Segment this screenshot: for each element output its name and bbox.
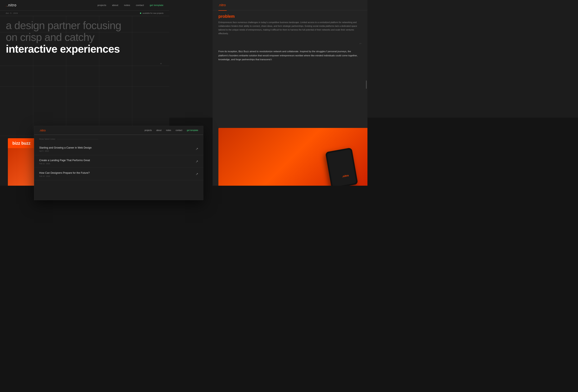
note-date-2: Feb 22 · 2023: [39, 163, 198, 165]
hero-line-3: interactive experiences: [6, 43, 163, 55]
note-item-1[interactable]: Starting and Growing a Career in Web Des…: [34, 143, 203, 155]
note-arrow-icon-1[interactable]: ↗: [195, 147, 198, 151]
hero-line-2: on crisp and catchy: [6, 31, 163, 43]
main-nav: ..nitro projects about notes contact get…: [0, 0, 169, 10]
nav-link-contact[interactable]: contact: [136, 4, 144, 6]
bottom-nav-notes[interactable]: notes: [166, 129, 171, 131]
note-title-1: Starting and Growing a Career in Web Des…: [39, 146, 198, 149]
note-arrow-icon-2[interactable]: ↗: [195, 160, 198, 163]
scrollbar[interactable]: [366, 81, 367, 89]
right-panel-project-detail: .nitro problem Entrepreneurs face numero…: [213, 0, 367, 186]
availability-indicator: available for new projects: [140, 12, 163, 14]
nav-link-notes[interactable]: notes: [124, 4, 130, 6]
crosshair-icon: +: [160, 62, 162, 65]
sub-bar: dec. 5 · 2024 available for new projects: [0, 10, 169, 16]
project-card-title: bizz buzz: [12, 141, 31, 146]
problem-label: problem: [218, 14, 235, 19]
nav-link-about[interactable]: about: [112, 4, 118, 6]
hero-section: a design partner focusing on crisp and c…: [6, 20, 163, 55]
bottom-nav-about[interactable]: about: [156, 129, 161, 131]
nav-link-projects[interactable]: projects: [98, 4, 106, 6]
bottom-nav-contact[interactable]: contact: [176, 129, 182, 131]
bottom-nav-projects[interactable]: projects: [144, 129, 152, 131]
note-date-3: Feb 10 · 2023: [39, 175, 198, 177]
nav-links: projects about notes contact get templat…: [98, 4, 164, 6]
notes-list: Starting and Growing a Career in Web Des…: [34, 143, 203, 200]
story-text: From its inception, Bizz Buzz aimed to r…: [218, 49, 362, 62]
right-nav-logo: .nitro: [218, 3, 226, 7]
note-item-3[interactable]: How Can Designers Prepare for the Future…: [34, 168, 203, 180]
orange-divider: [218, 10, 227, 11]
right-phone-mockup: [325, 147, 358, 186]
note-item-2[interactable]: Create a Landing Page That Performs Grea…: [34, 155, 203, 168]
nav-cta-button[interactable]: get template: [150, 4, 163, 6]
bottom-nav: .nitro projects about notes contact get …: [34, 126, 203, 135]
right-nav: .nitro: [213, 0, 367, 10]
note-arrow-icon-3[interactable]: ↗: [195, 172, 198, 176]
corner-marker-icon: ⌐: [359, 41, 362, 45]
problem-text: Entrepreneurs face numerous challenges i…: [218, 21, 362, 35]
bottom-divider: [34, 135, 203, 135]
notes-section-label: three latest notes: [39, 138, 98, 140]
note-date-1: Apr 5 · 2023: [39, 150, 198, 152]
bottom-panel-notes: .nitro projects about notes contact get …: [34, 126, 203, 200]
status-dot: [140, 13, 141, 14]
notes-label-text: three latest notes: [39, 138, 55, 140]
hero-line-1: a design partner focusing: [6, 20, 163, 31]
bottom-nav-cta[interactable]: get template: [187, 129, 198, 131]
note-title-2: Create a Landing Page That Performs Grea…: [39, 159, 198, 162]
availability-text: available for new projects: [143, 12, 163, 14]
bottom-nav-logo: .nitro: [39, 129, 46, 132]
right-panel-image: .nitro: [218, 128, 367, 186]
note-title-3: How Can Designers Prepare for the Future…: [39, 172, 198, 174]
bottom-nav-links: projects about notes contact get templat…: [144, 129, 198, 131]
sub-bar-date: dec. 5 · 2024: [6, 12, 18, 14]
right-phone-screen: [327, 149, 356, 186]
nav-logo: ..nitro: [6, 3, 16, 7]
